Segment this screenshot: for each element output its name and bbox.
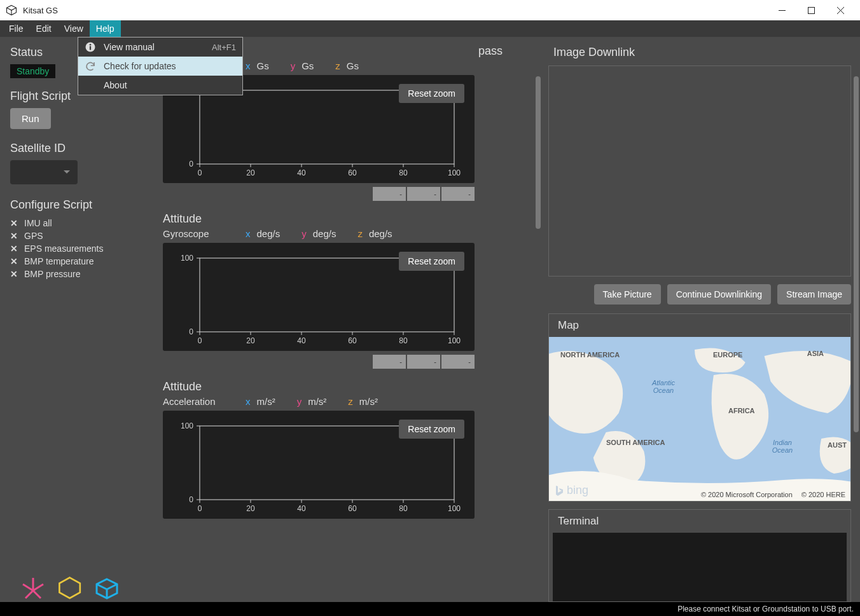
axis-z-label: z [357,228,363,239]
menu-file[interactable]: File [3,20,30,37]
map-attribution: © 2020 Microsoft Corporation © 2020 HERE [701,491,845,498]
right-scrollbar[interactable] [854,76,859,432]
svg-text:100: 100 [181,254,193,263]
map-label-indian: Indian Ocean [766,439,798,454]
unit-label: deg/s [257,228,281,239]
svg-text:20: 20 [246,504,255,513]
script-item-bmp-temp[interactable]: ✕BMP temperature [10,255,137,268]
satellite-id-select[interactable] [10,160,78,184]
axis-x-label: x [246,60,251,71]
map-attr-here: © 2020 HERE [801,491,845,498]
svg-text:40: 40 [297,336,306,345]
legend-btn-y[interactable]: - [407,187,440,201]
close-icon: ✕ [10,269,20,279]
axis-y-label: y [291,60,296,71]
stream-image-button[interactable]: Stream Image [777,284,851,305]
map-attr-ms: © 2020 Microsoft Corporation [701,491,793,498]
map-label-atlantic: Atlantic Ocean [644,379,683,394]
svg-text:0: 0 [189,160,193,168]
svg-text:0: 0 [198,168,202,177]
legend-btn-y[interactable]: - [407,355,440,369]
help-dropdown: View manual Alt+F1 Check for updates Abo… [78,37,243,95]
script-item-gps[interactable]: ✕GPS [10,229,137,242]
sidebar: Status Standby Flight Script Run Satelli… [0,37,148,602]
info-icon [83,40,97,54]
window-minimize-button[interactable] [767,0,796,20]
script-item-label: IMU all [24,218,52,228]
refresh-icon [83,59,97,73]
menu-help[interactable]: Help [90,20,121,37]
legend-btn-z[interactable]: - [441,355,475,369]
legend-btn-x[interactable]: - [373,355,406,369]
sensor-row: Gyroscope xdeg/s ydeg/s zdeg/s [163,228,528,239]
svg-text:60: 60 [348,504,357,513]
map-label-aust: AUST [828,441,847,449]
reset-zoom-button[interactable]: Reset zoom [399,84,464,103]
main-area: Status Standby Flight Script Run Satelli… [0,37,860,602]
svg-text:0: 0 [198,504,202,513]
axis-x-label: x [246,396,251,407]
reset-zoom-button[interactable]: Reset zoom [399,420,464,439]
status-badge: Standby [10,64,55,78]
unit-label: deg/s [369,228,392,239]
continue-downlinking-button[interactable]: Continue Downlinking [667,284,771,305]
center-scrollbar[interactable] [536,76,541,229]
svg-rect-1 [808,7,814,13]
svg-point-5 [90,44,92,46]
map-label-asia: ASIA [807,350,824,357]
menu-view-manual[interactable]: View manual Alt+F1 [78,38,242,57]
svg-line-14 [97,584,107,589]
svg-line-15 [107,584,117,589]
legend-btn-z[interactable]: - [441,187,475,201]
window-maximize-button[interactable] [796,0,826,20]
map-label-na: NORTH AMERICA [560,351,620,359]
menu-item-label: Check for updates [104,61,236,71]
svg-text:0: 0 [189,495,193,504]
menu-check-updates[interactable]: Check for updates [78,57,242,76]
chart-2: Reset zoom 0204060801000100 [163,411,475,519]
terminal-heading: Terminal [549,510,850,533]
sensor-name: Acceleration [163,396,239,407]
chart-1: Reset zoom 0204060801000100 [163,243,475,351]
svg-text:80: 80 [399,504,408,513]
menu-edit[interactable]: Edit [30,20,58,37]
script-item-imu[interactable]: ✕IMU all [10,217,137,229]
menu-view[interactable]: View [58,20,90,37]
take-picture-button[interactable]: Take Picture [594,284,661,305]
map-canvas[interactable]: NORTH AMERICA EUROPE ASIA AFRICA SOUTH A… [549,337,850,501]
script-item-label: BMP pressure [24,269,80,279]
right-panel: Image Downlink Take Picture Continue Dow… [543,37,860,602]
map-panel: Map NORTH AMERICA EUROPE ASIA AFRICA SOU… [548,313,851,502]
panel-title: Attitude [163,380,528,394]
script-item-label: GPS [24,231,43,241]
axis-y-label: y [302,228,307,239]
menu-item-label: View manual [104,42,212,52]
menu-bar: File Edit View Help [0,20,860,37]
unit-label: deg/s [313,228,336,239]
chart-legend-buttons: - - - [163,355,475,369]
terminal-output[interactable] [553,533,847,601]
script-item-bmp-press[interactable]: ✕BMP pressure [10,268,137,280]
script-item-eps[interactable]: ✕EPS measurements [10,242,137,255]
image-downlink-heading: Image Downlink [548,46,851,59]
run-button[interactable]: Run [10,108,51,129]
app-icon [5,4,18,17]
axis-y-label: y [297,396,302,407]
axis-x-label: x [246,228,251,239]
reset-zoom-button[interactable]: Reset zoom [399,252,464,271]
svg-text:20: 20 [246,336,255,345]
svg-line-11 [33,591,41,598]
logo-cyan-icon [93,575,121,599]
script-item-label: BMP temperature [24,256,94,266]
menu-about[interactable]: About [78,76,242,95]
svg-text:100: 100 [181,421,193,430]
legend-btn-x[interactable]: - [373,187,406,201]
app-title: Kitsat GS [23,6,58,15]
terminal-panel: Terminal [548,509,851,602]
svg-text:0: 0 [189,327,193,336]
svg-line-9 [33,584,43,591]
svg-text:60: 60 [348,168,357,177]
window-close-button[interactable] [826,0,855,20]
blank-icon [83,78,97,92]
svg-rect-6 [90,46,91,50]
